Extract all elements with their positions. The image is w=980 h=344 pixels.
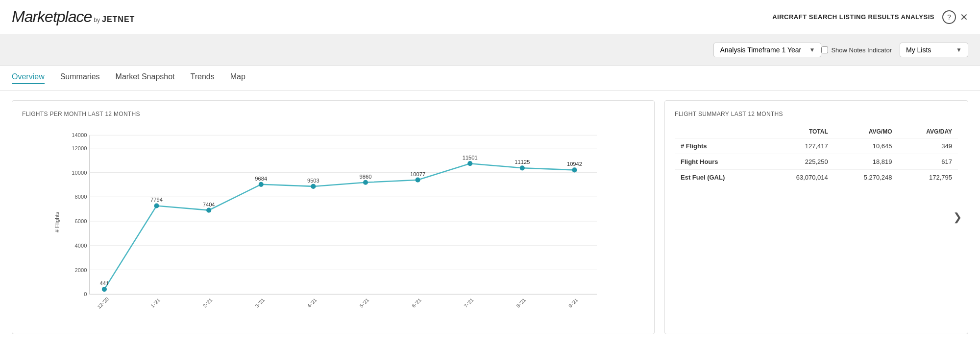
svg-text:6-'21: 6-'21 [411,297,422,309]
summary-row-hours: Flight Hours 225,250 18,819 617 [675,154,958,170]
help-icon-label: ? [947,13,951,21]
timeframe-label: Analysis Timeframe 1 Year [720,46,801,54]
svg-text:8-'21: 8-'21 [515,297,527,309]
svg-text:8000: 8000 [75,194,87,200]
logo-area: Marketplace by JETNET [12,8,135,26]
svg-text:11125: 11125 [514,159,530,165]
data-dot-8 [520,165,525,170]
row-avgday-flights: 349 [898,138,958,154]
svg-text:11501: 11501 [463,155,478,161]
chart-line [104,163,575,289]
my-lists-dropdown[interactable]: My Lists ▼ [900,43,968,57]
timeframe-dropdown[interactable]: Analysis Timeframe 1 Year ▼ [713,43,821,57]
tab-summaries[interactable]: Summaries [60,72,100,84]
chevron-right-icon[interactable]: ❯ [953,211,962,224]
summary-title-main: FLIGHT SUMMARY [675,111,729,117]
svg-text:7-'21: 7-'21 [463,297,475,309]
svg-text:9684: 9684 [255,176,267,182]
flights-chart-card: FLIGHTS PER MONTH LAST 12 MONTHS # Fligh… [12,100,655,334]
summary-title: FLIGHT SUMMARY LAST 12 MONTHS [675,111,958,117]
summary-header-row: TOTAL AVG/MO AVG/DAY [675,125,958,138]
flights-chart-svg: # Flights 0 2000 4000 6000 8000 [22,125,644,319]
svg-text:9860: 9860 [360,174,372,180]
svg-text:12000: 12000 [72,145,87,151]
data-dot-0 [102,287,107,292]
data-dot-6 [416,178,420,183]
data-dot-3 [259,182,264,187]
tab-trends[interactable]: Trends [191,72,215,84]
header-right: AIRCRAFT SEARCH LISTING RESULTS ANALYSIS… [772,10,968,24]
summary-title-sub: LAST 12 MONTHS [731,111,783,117]
toolbar-center: Analysis Timeframe 1 Year ▼ [713,43,821,57]
col-header-avgmo: AVG/MO [834,125,898,138]
flight-summary-card: FLIGHT SUMMARY LAST 12 MONTHS TOTAL AVG/… [664,100,968,334]
my-lists-label: My Lists [906,46,931,54]
row-avgday-hours: 617 [898,154,958,170]
close-icon[interactable]: ✕ [960,11,968,23]
row-total-fuel: 63,070,014 [764,170,834,185]
svg-text:5-'21: 5-'21 [359,297,370,309]
row-label-flights: # Flights [675,138,764,154]
help-icon[interactable]: ? [942,10,956,24]
svg-text:7404: 7404 [203,202,215,207]
my-lists-arrow: ▼ [956,46,962,53]
data-dot-5 [363,180,368,185]
nav-tabs: Overview Summaries Market Snapshot Trend… [0,66,980,91]
svg-text:14000: 14000 [72,132,87,138]
data-dot-9 [572,167,577,172]
show-notes-label[interactable]: Show Notes Indicator [821,46,892,54]
show-notes-text: Show Notes Indicator [831,46,892,54]
timeframe-arrow: ▼ [809,46,815,53]
tab-overview[interactable]: Overview [12,72,45,84]
data-dot-4 [311,184,316,189]
row-label-fuel: Est Fuel (GAL) [675,170,764,185]
page-title: AIRCRAFT SEARCH LISTING RESULTS ANALYSIS [772,13,934,21]
summary-table: TOTAL AVG/MO AVG/DAY # Flights 127,417 1… [675,125,958,185]
svg-text:6000: 6000 [75,218,87,224]
row-total-flights: 127,417 [764,138,834,154]
svg-text:2000: 2000 [75,267,87,273]
svg-text:2-'21: 2-'21 [202,297,214,309]
logo-marketplace: Marketplace [12,8,92,26]
svg-text:9-'21: 9-'21 [567,297,579,309]
main-content: FLIGHTS PER MONTH LAST 12 MONTHS # Fligh… [0,91,980,344]
tab-map[interactable]: Map [230,72,245,84]
data-dot-7 [467,161,472,166]
col-header-avgday: AVG/DAY [898,125,958,138]
row-avgmo-flights: 10,645 [834,138,898,154]
chart-title: FLIGHTS PER MONTH LAST 12 MONTHS [22,111,644,117]
svg-text:1-'21: 1-'21 [149,297,161,309]
summary-row-flights: # Flights 127,417 10,645 349 [675,138,958,154]
col-header-total: TOTAL [764,125,834,138]
data-dot-1 [154,203,159,208]
row-avgmo-fuel: 5,270,248 [834,170,898,185]
svg-text:10077: 10077 [410,171,425,177]
summary-row-fuel: Est Fuel (GAL) 63,070,014 5,270,248 172,… [675,170,958,185]
tab-market-snapshot[interactable]: Market Snapshot [116,72,175,84]
app-header: Marketplace by JETNET AIRCRAFT SEARCH LI… [0,0,980,34]
svg-text:0: 0 [84,291,87,297]
svg-text:10942: 10942 [567,161,582,167]
svg-text:9503: 9503 [307,178,319,183]
svg-text:441: 441 [100,280,109,286]
logo-jetnet: JETNET [102,15,135,24]
toolbar-right: Show Notes Indicator My Lists ▼ [821,43,968,57]
svg-text:10000: 10000 [72,170,87,176]
row-total-hours: 225,250 [764,154,834,170]
svg-text:4-'21: 4-'21 [306,297,318,309]
y-axis-label: # Flights [54,212,60,233]
chart-container: # Flights 0 2000 4000 6000 8000 [22,125,644,319]
row-avgmo-hours: 18,819 [834,154,898,170]
row-label-hours: Flight Hours [675,154,764,170]
data-dot-2 [206,208,211,213]
row-avgday-fuel: 172,795 [898,170,958,185]
toolbar: Analysis Timeframe 1 Year ▼ Show Notes I… [0,34,980,66]
chart-title-sub: LAST 12 MONTHS [88,111,140,117]
header-icons: ? ✕ [942,10,968,24]
col-header-label [675,125,764,138]
logo-by: by [94,17,100,23]
show-notes-checkbox[interactable] [821,46,828,53]
chart-title-main: FLIGHTS PER MONTH [22,111,86,117]
svg-text:3-'21: 3-'21 [254,297,266,309]
svg-text:12-'20: 12-'20 [97,296,110,310]
